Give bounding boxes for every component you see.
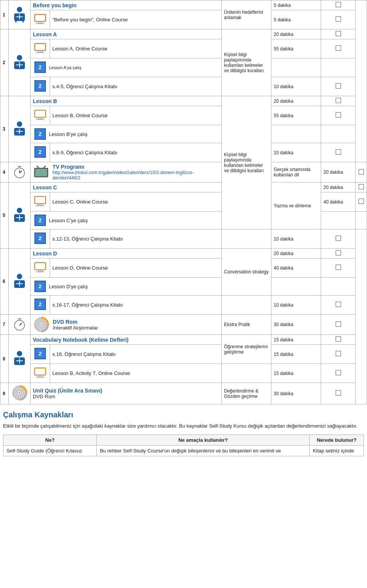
computer-icon: [33, 108, 47, 122]
cell-ne: Self-Study Guide (Öğrenci Kılavuz: [3, 445, 97, 456]
book-icon: 2: [33, 346, 47, 361]
check-cell[interactable]: [321, 29, 356, 39]
svg-rect-29: [35, 111, 45, 117]
objective-cell: Değerlendirme & Gözden geçirme: [222, 383, 271, 404]
checkbox[interactable]: [336, 390, 341, 396]
check-cell[interactable]: [321, 296, 356, 315]
cell-nerede: Kitap setiniz içinde: [310, 445, 364, 456]
svg-text:2: 2: [39, 149, 42, 155]
item-text: s.12-13, Öğrenci Çalışma Kitabı: [52, 236, 123, 242]
table-row: 2 s.18, Öğrenci Çalışma Kitabı 15 dakika: [0, 345, 367, 364]
check-cell[interactable]: [356, 162, 367, 183]
duration-cell: 10 dakika: [271, 296, 321, 315]
check-cell[interactable]: [321, 383, 356, 404]
person-icon: [11, 120, 28, 137]
objective-text: Ünitenin hedeflerini anlamak: [224, 10, 263, 20]
computer-icon: [33, 260, 47, 275]
book-icon: 2: [33, 213, 47, 228]
section-title-cell: Lesson C: [31, 183, 222, 192]
table-row: Lesson B, Activity 7, Online Course 15 d…: [0, 364, 367, 383]
checkbox[interactable]: [359, 184, 364, 189]
check-cell[interactable]: [321, 345, 356, 364]
checkbox[interactable]: [336, 149, 341, 155]
checkbox[interactable]: [336, 265, 341, 270]
check-cell[interactable]: [356, 192, 367, 212]
check-cell[interactable]: [321, 229, 356, 249]
duration-cell: [271, 278, 321, 296]
check-cell[interactable]: [321, 315, 356, 335]
row-number: 9: [0, 383, 9, 404]
checkbox[interactable]: [336, 321, 341, 327]
svg-point-95: [19, 392, 20, 394]
item-text: Lesson A'ya çalış: [49, 65, 81, 70]
objective-text: Öğrenme stratejilerini geliştirme: [224, 344, 268, 355]
duration-cell: 15 dakika: [271, 345, 321, 364]
checkbox[interactable]: [336, 351, 341, 356]
duration-text: 20 dakika: [274, 251, 293, 256]
check-cell[interactable]: [321, 0, 356, 10]
duration-text: 20 dakika: [274, 99, 293, 104]
svg-text:2: 2: [39, 217, 42, 223]
person-icon-cell: [9, 96, 31, 162]
person-icon-cell: [9, 29, 31, 96]
objective-text: Kişisel bilgi paylaşımında kullanılan ke…: [224, 152, 264, 173]
check-cell[interactable]: [321, 77, 356, 96]
svg-rect-16: [37, 51, 43, 52]
book-plain-cell: 2 Lesson D'ye çalış: [31, 278, 222, 296]
check-cell[interactable]: [321, 258, 356, 278]
checkbox[interactable]: [336, 98, 341, 103]
checkbox[interactable]: [336, 45, 341, 51]
duration-cell: 40 dakika: [271, 258, 321, 278]
check-cell[interactable]: [321, 39, 356, 58]
check-cell[interactable]: [321, 364, 356, 383]
item-text: Lesson C, Online Course: [52, 199, 108, 205]
duration-cell: 15 dakika: [271, 335, 321, 345]
row-number: 2: [0, 29, 9, 96]
checkbox[interactable]: [336, 336, 341, 342]
duration-text: 5 dakika: [274, 3, 291, 8]
tv-title: TV Programı: [52, 164, 219, 170]
check-cell[interactable]: [321, 249, 356, 258]
svg-rect-7: [37, 22, 43, 23]
svg-point-81: [41, 324, 42, 325]
checkbox[interactable]: [336, 2, 341, 7]
objective-cell: Öğrenme stratejilerini geliştirme: [222, 335, 271, 364]
checkbox[interactable]: [336, 250, 341, 255]
svg-line-46: [44, 166, 46, 168]
check-cell[interactable]: [321, 143, 356, 162]
check-cell[interactable]: [321, 10, 356, 29]
tv-icon: [33, 165, 49, 179]
resources-table: Ne? Ne amaçla kullanılır? Nerede bulunur…: [3, 435, 364, 456]
duration-text: 55 dakika: [274, 46, 293, 52]
section-title-cell: Lesson D: [31, 249, 222, 258]
book-icon: 2: [33, 145, 47, 159]
duration-cell: 20 dakika: [321, 183, 356, 192]
table-row: 2 s.12-13, Öğrenci Çalışma Kitabı 10 dak…: [0, 229, 367, 249]
checkbox[interactable]: [359, 169, 364, 174]
check-cell[interactable]: [321, 96, 356, 106]
checkbox[interactable]: [336, 83, 341, 89]
checkbox[interactable]: [336, 112, 341, 118]
checkbox[interactable]: [336, 302, 341, 307]
checkbox[interactable]: [336, 236, 341, 241]
duration-cell: [321, 212, 356, 229]
cell-amac: Bu rehber Self-Study Course'un değişik b…: [97, 445, 310, 456]
checkbox[interactable]: [336, 370, 341, 375]
duration-text: 10 dakika: [274, 84, 293, 89]
checkbox[interactable]: [336, 31, 341, 36]
computer-icon-cell: [31, 10, 50, 29]
duration-text: 40 dakika: [323, 199, 343, 205]
objective-text: Conversation strategy: [224, 269, 269, 275]
checkbox[interactable]: [336, 16, 341, 22]
checkbox[interactable]: [359, 199, 364, 204]
check-cell[interactable]: [321, 106, 356, 125]
duration-cell: 10 dakika: [271, 229, 321, 249]
duration-cell: 55 dakika: [271, 39, 321, 58]
check-cell[interactable]: [321, 335, 356, 345]
duration-text: 10 dakika: [274, 236, 293, 242]
content-text-cell: “Before you begin”, Online Course: [50, 10, 222, 29]
row-number: 8: [0, 335, 9, 383]
book-icon: 2: [33, 297, 47, 312]
check-cell[interactable]: [356, 183, 367, 192]
svg-text:2: 2: [39, 235, 42, 241]
